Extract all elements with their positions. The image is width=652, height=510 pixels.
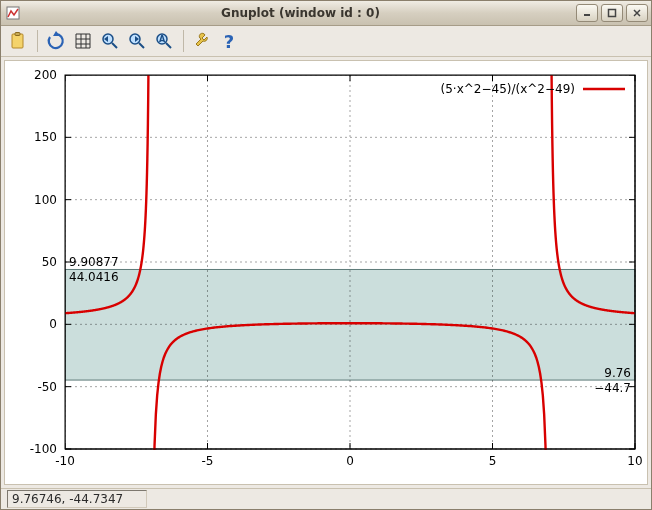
titlebar: Gnuplot (window id : 0) — [1, 1, 651, 26]
zoom-next-button[interactable] — [124, 28, 150, 54]
maximize-button[interactable] — [601, 4, 623, 22]
plot-canvas: -100-50050100150200-10-50510-100-5005010… — [5, 61, 645, 481]
minimize-button[interactable] — [576, 4, 598, 22]
autoscale-icon: A — [154, 31, 174, 51]
autoscale-button[interactable]: A — [151, 28, 177, 54]
app-window: Gnuplot (window id : 0) A ? — [0, 0, 652, 510]
svg-rect-75 — [5, 61, 645, 75]
svg-rect-5 — [12, 34, 23, 48]
cursor-coords: 9.76746, -44.7347 — [7, 490, 147, 508]
svg-text:0: 0 — [346, 454, 354, 468]
plot-area[interactable]: -100-50050100150200-10-50510-100-5005010… — [4, 60, 648, 485]
svg-text:A: A — [159, 35, 166, 44]
svg-text:-10: -10 — [55, 454, 75, 468]
grid-icon — [73, 31, 93, 51]
svg-text:44.0416: 44.0416 — [69, 270, 119, 284]
svg-rect-2 — [609, 10, 616, 17]
svg-text:-5: -5 — [202, 454, 214, 468]
copy-clipboard-button[interactable] — [5, 28, 31, 54]
close-button[interactable] — [626, 4, 648, 22]
toolbar: A ? — [1, 26, 651, 57]
svg-text:0: 0 — [49, 317, 57, 331]
wrench-icon — [192, 31, 212, 51]
svg-text:50: 50 — [42, 255, 57, 269]
svg-rect-77 — [5, 61, 65, 481]
svg-text:5: 5 — [489, 454, 497, 468]
svg-text:(5·x^2−45)/(x^2−49): (5·x^2−45)/(x^2−49) — [441, 82, 575, 96]
svg-rect-78 — [636, 61, 645, 481]
replot-icon — [46, 31, 66, 51]
grid-button[interactable] — [70, 28, 96, 54]
svg-marker-7 — [53, 31, 60, 36]
svg-text:150: 150 — [34, 130, 57, 144]
svg-line-20 — [139, 43, 144, 48]
help-button[interactable]: ? — [216, 28, 242, 54]
svg-text:10: 10 — [627, 454, 642, 468]
zoom-next-icon — [127, 31, 147, 51]
svg-text:200: 200 — [34, 68, 57, 82]
svg-rect-76 — [5, 450, 645, 481]
help-icon: ? — [224, 31, 234, 52]
zoom-prev-icon — [100, 31, 120, 51]
svg-text:−44.7: −44.7 — [594, 381, 631, 395]
app-icon — [5, 5, 21, 21]
svg-line-23 — [166, 43, 171, 48]
separator — [37, 30, 38, 52]
svg-text:9.90877: 9.90877 — [69, 255, 119, 269]
svg-text:-50: -50 — [37, 380, 57, 394]
statusbar: 9.76746, -44.7347 — [1, 488, 651, 509]
config-button[interactable] — [189, 28, 215, 54]
separator — [183, 30, 184, 52]
svg-text:100: 100 — [34, 193, 57, 207]
zoom-prev-button[interactable] — [97, 28, 123, 54]
svg-text:9.76: 9.76 — [604, 366, 631, 380]
window-title: Gnuplot (window id : 0) — [25, 6, 576, 20]
svg-text:-100: -100 — [30, 442, 57, 456]
clipboard-icon — [8, 31, 28, 51]
svg-line-17 — [112, 43, 117, 48]
svg-rect-6 — [15, 33, 20, 36]
replot-button[interactable] — [43, 28, 69, 54]
